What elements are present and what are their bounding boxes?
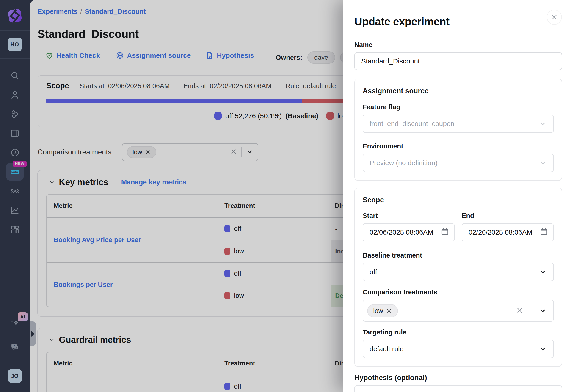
end-label: End bbox=[462, 212, 554, 220]
panel-title: Update experiment bbox=[354, 15, 562, 28]
hypothesis-label: Hypothesis (optional) bbox=[354, 374, 562, 382]
baseline-treatment-select[interactable]: off bbox=[363, 263, 554, 281]
environment-label: Environment bbox=[363, 142, 554, 150]
name-label: Name bbox=[354, 41, 562, 49]
feature-flag-select[interactable]: front_end_discount_coupon bbox=[363, 114, 554, 133]
start-label: Start bbox=[363, 212, 455, 220]
comparison-treatments-label: Comparison treatments bbox=[363, 288, 554, 296]
treatment-chip[interactable]: low bbox=[367, 304, 398, 317]
feature-flag-label: Feature flag bbox=[363, 103, 554, 111]
close-icon bbox=[551, 14, 558, 21]
app-screen: HO bbox=[0, 0, 571, 392]
environment-select[interactable]: Preview (no definition) bbox=[363, 154, 554, 172]
end-date-input[interactable]: 02/20/2025 08:06AM bbox=[462, 223, 554, 241]
targeting-rule-select[interactable]: default rule bbox=[363, 340, 554, 358]
chevron-down-icon bbox=[532, 159, 553, 167]
comparison-treatments-select[interactable]: low bbox=[363, 300, 554, 322]
update-experiment-panel: Update experiment Name Standard_Discount… bbox=[343, 0, 571, 392]
close-button[interactable] bbox=[547, 10, 562, 25]
start-date-input[interactable]: 02/06/2025 08:06AM bbox=[363, 223, 455, 241]
chevron-down-icon bbox=[532, 120, 553, 127]
scope-card: Scope Start 02/06/2025 08:06AM End 02/20… bbox=[354, 188, 562, 367]
calendar-icon[interactable] bbox=[441, 227, 449, 238]
targeting-rule-label: Targeting rule bbox=[363, 329, 554, 336]
chevron-down-icon[interactable] bbox=[532, 345, 553, 353]
assignment-source-card: Assignment source Feature flag front_end… bbox=[354, 79, 562, 181]
chip-remove-icon[interactable] bbox=[386, 308, 392, 314]
calendar-icon[interactable] bbox=[540, 227, 548, 238]
assignment-source-title: Assignment source bbox=[363, 87, 554, 95]
scope-title: Scope bbox=[363, 196, 554, 204]
clear-icon[interactable] bbox=[516, 306, 524, 315]
hypothesis-textarea[interactable] bbox=[354, 385, 562, 392]
name-input[interactable]: Standard_Discount bbox=[354, 52, 562, 70]
chevron-down-icon[interactable] bbox=[532, 268, 553, 276]
baseline-treatment-label: Baseline treatment bbox=[363, 252, 554, 259]
select-divider bbox=[528, 305, 528, 316]
chevron-down-icon[interactable] bbox=[532, 307, 553, 314]
